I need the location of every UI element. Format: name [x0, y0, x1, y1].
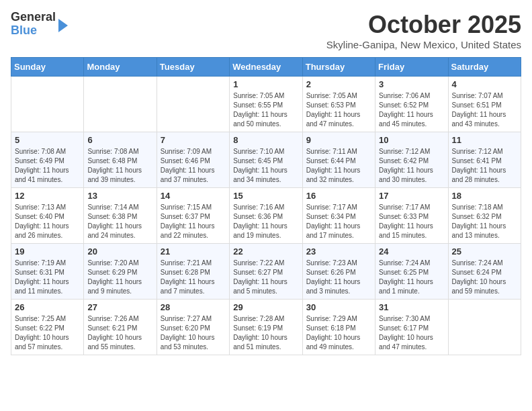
calendar-week-5: 26Sunrise: 7:25 AM Sunset: 6:22 PM Dayli…	[11, 300, 521, 355]
day-number: 6	[87, 135, 152, 145]
day-info: Sunrise: 7:26 AM Sunset: 6:21 PM Dayligh…	[87, 314, 152, 352]
weekday-header-monday: Monday	[84, 58, 157, 77]
day-info: Sunrise: 7:11 AM Sunset: 6:44 PM Dayligh…	[306, 147, 371, 185]
day-number: 3	[379, 79, 444, 89]
calendar-cell: 17Sunrise: 7:17 AM Sunset: 6:33 PM Dayli…	[375, 188, 448, 244]
day-info: Sunrise: 7:15 AM Sunset: 6:37 PM Dayligh…	[161, 203, 226, 240]
title-block: October 2025 Skyline-Ganipa, New Mexico,…	[326, 11, 521, 50]
calendar-cell: 20Sunrise: 7:20 AM Sunset: 6:29 PM Dayli…	[84, 244, 157, 300]
logo-blue: Blue	[11, 24, 56, 38]
calendar-cell: 28Sunrise: 7:27 AM Sunset: 6:20 PM Dayli…	[157, 300, 229, 355]
day-number: 29	[233, 302, 298, 312]
day-number: 30	[306, 302, 371, 312]
day-info: Sunrise: 7:20 AM Sunset: 6:29 PM Dayligh…	[87, 259, 152, 296]
calendar-cell: 11Sunrise: 7:12 AM Sunset: 6:41 PM Dayli…	[448, 132, 521, 188]
logo-text: General Blue	[11, 11, 56, 38]
weekday-header-friday: Friday	[375, 58, 448, 77]
weekday-header-saturday: Saturday	[448, 58, 521, 77]
day-info: Sunrise: 7:14 AM Sunset: 6:38 PM Dayligh…	[87, 203, 152, 240]
day-info: Sunrise: 7:29 AM Sunset: 6:18 PM Dayligh…	[306, 314, 371, 352]
calendar-cell: 7Sunrise: 7:09 AM Sunset: 6:46 PM Daylig…	[157, 132, 229, 188]
calendar-cell: 23Sunrise: 7:23 AM Sunset: 6:26 PM Dayli…	[302, 244, 375, 300]
day-number: 8	[233, 135, 298, 145]
day-info: Sunrise: 7:17 AM Sunset: 6:34 PM Dayligh…	[306, 203, 371, 240]
day-info: Sunrise: 7:28 AM Sunset: 6:19 PM Dayligh…	[233, 314, 298, 352]
day-number: 25	[452, 246, 517, 257]
calendar-cell: 25Sunrise: 7:24 AM Sunset: 6:24 PM Dayli…	[448, 244, 521, 300]
weekday-header-thursday: Thursday	[302, 58, 375, 77]
day-number: 2	[306, 79, 371, 89]
calendar-cell: 24Sunrise: 7:24 AM Sunset: 6:25 PM Dayli…	[375, 244, 448, 300]
calendar-cell: 9Sunrise: 7:11 AM Sunset: 6:44 PM Daylig…	[302, 132, 375, 188]
calendar-cell: 15Sunrise: 7:16 AM Sunset: 6:36 PM Dayli…	[230, 188, 302, 244]
day-number: 16	[306, 191, 371, 201]
calendar-week-1: 1Sunrise: 7:05 AM Sunset: 6:55 PM Daylig…	[11, 77, 521, 132]
calendar-cell: 4Sunrise: 7:07 AM Sunset: 6:51 PM Daylig…	[448, 77, 521, 132]
day-info: Sunrise: 7:12 AM Sunset: 6:41 PM Dayligh…	[452, 147, 517, 185]
calendar-cell: 16Sunrise: 7:17 AM Sunset: 6:34 PM Dayli…	[302, 188, 375, 244]
day-number: 13	[87, 191, 152, 201]
day-info: Sunrise: 7:09 AM Sunset: 6:46 PM Dayligh…	[161, 147, 226, 185]
day-number: 10	[379, 135, 444, 145]
day-number: 26	[15, 302, 80, 312]
day-number: 18	[452, 191, 517, 201]
calendar-cell: 12Sunrise: 7:13 AM Sunset: 6:40 PM Dayli…	[11, 188, 84, 244]
day-number: 27	[87, 302, 152, 312]
location-title: Skyline-Ganipa, New Mexico, United State…	[326, 39, 521, 50]
day-info: Sunrise: 7:05 AM Sunset: 6:55 PM Dayligh…	[233, 91, 298, 129]
day-number: 4	[452, 79, 517, 89]
day-number: 7	[161, 135, 226, 145]
calendar-cell: 21Sunrise: 7:21 AM Sunset: 6:28 PM Dayli…	[157, 244, 229, 300]
day-info: Sunrise: 7:17 AM Sunset: 6:33 PM Dayligh…	[379, 203, 444, 240]
day-number: 15	[233, 191, 298, 201]
day-info: Sunrise: 7:12 AM Sunset: 6:42 PM Dayligh…	[379, 147, 444, 185]
day-number: 1	[233, 79, 298, 89]
weekday-header-row: SundayMondayTuesdayWednesdayThursdayFrid…	[11, 58, 521, 77]
calendar-cell	[448, 300, 521, 355]
calendar-week-2: 5Sunrise: 7:08 AM Sunset: 6:49 PM Daylig…	[11, 132, 521, 188]
day-info: Sunrise: 7:10 AM Sunset: 6:45 PM Dayligh…	[233, 147, 298, 185]
calendar-cell: 30Sunrise: 7:29 AM Sunset: 6:18 PM Dayli…	[302, 300, 375, 355]
day-number: 22	[233, 246, 298, 257]
day-number: 19	[15, 246, 80, 257]
day-number: 14	[161, 191, 226, 201]
calendar-cell: 8Sunrise: 7:10 AM Sunset: 6:45 PM Daylig…	[230, 132, 302, 188]
calendar-cell: 14Sunrise: 7:15 AM Sunset: 6:37 PM Dayli…	[157, 188, 229, 244]
calendar-week-3: 12Sunrise: 7:13 AM Sunset: 6:40 PM Dayli…	[11, 188, 521, 244]
calendar-cell: 29Sunrise: 7:28 AM Sunset: 6:19 PM Dayli…	[230, 300, 302, 355]
day-info: Sunrise: 7:06 AM Sunset: 6:52 PM Dayligh…	[379, 91, 444, 129]
day-number: 24	[379, 246, 444, 257]
day-number: 17	[379, 191, 444, 201]
logo-arrow-icon	[58, 19, 68, 32]
day-number: 31	[379, 302, 444, 312]
weekday-header-wednesday: Wednesday	[230, 58, 302, 77]
day-info: Sunrise: 7:22 AM Sunset: 6:27 PM Dayligh…	[233, 259, 298, 296]
day-number: 23	[306, 246, 371, 257]
calendar-table: SundayMondayTuesdayWednesdayThursdayFrid…	[11, 57, 521, 355]
calendar-cell: 3Sunrise: 7:06 AM Sunset: 6:52 PM Daylig…	[375, 77, 448, 132]
logo: General Blue	[11, 11, 68, 38]
calendar-cell: 6Sunrise: 7:08 AM Sunset: 6:48 PM Daylig…	[84, 132, 157, 188]
calendar-cell: 22Sunrise: 7:22 AM Sunset: 6:27 PM Dayli…	[230, 244, 302, 300]
calendar-cell: 10Sunrise: 7:12 AM Sunset: 6:42 PM Dayli…	[375, 132, 448, 188]
day-number: 11	[452, 135, 517, 145]
day-info: Sunrise: 7:27 AM Sunset: 6:20 PM Dayligh…	[161, 314, 226, 352]
day-number: 5	[15, 135, 80, 145]
calendar-cell: 27Sunrise: 7:26 AM Sunset: 6:21 PM Dayli…	[84, 300, 157, 355]
day-info: Sunrise: 7:08 AM Sunset: 6:48 PM Dayligh…	[87, 147, 152, 185]
calendar-cell: 1Sunrise: 7:05 AM Sunset: 6:55 PM Daylig…	[230, 77, 302, 132]
page-header: General Blue October 2025 Skyline-Ganipa…	[11, 11, 521, 50]
day-info: Sunrise: 7:05 AM Sunset: 6:53 PM Dayligh…	[306, 91, 371, 129]
calendar-cell	[84, 77, 157, 132]
calendar-week-4: 19Sunrise: 7:19 AM Sunset: 6:31 PM Dayli…	[11, 244, 521, 300]
day-info: Sunrise: 7:23 AM Sunset: 6:26 PM Dayligh…	[306, 259, 371, 296]
calendar-cell: 18Sunrise: 7:18 AM Sunset: 6:32 PM Dayli…	[448, 188, 521, 244]
calendar-cell: 5Sunrise: 7:08 AM Sunset: 6:49 PM Daylig…	[11, 132, 84, 188]
day-info: Sunrise: 7:24 AM Sunset: 6:24 PM Dayligh…	[452, 259, 517, 296]
day-number: 9	[306, 135, 371, 145]
calendar-cell	[157, 77, 229, 132]
day-info: Sunrise: 7:19 AM Sunset: 6:31 PM Dayligh…	[15, 259, 80, 296]
day-info: Sunrise: 7:21 AM Sunset: 6:28 PM Dayligh…	[161, 259, 226, 296]
day-info: Sunrise: 7:07 AM Sunset: 6:51 PM Dayligh…	[452, 91, 517, 129]
day-info: Sunrise: 7:25 AM Sunset: 6:22 PM Dayligh…	[15, 314, 80, 352]
